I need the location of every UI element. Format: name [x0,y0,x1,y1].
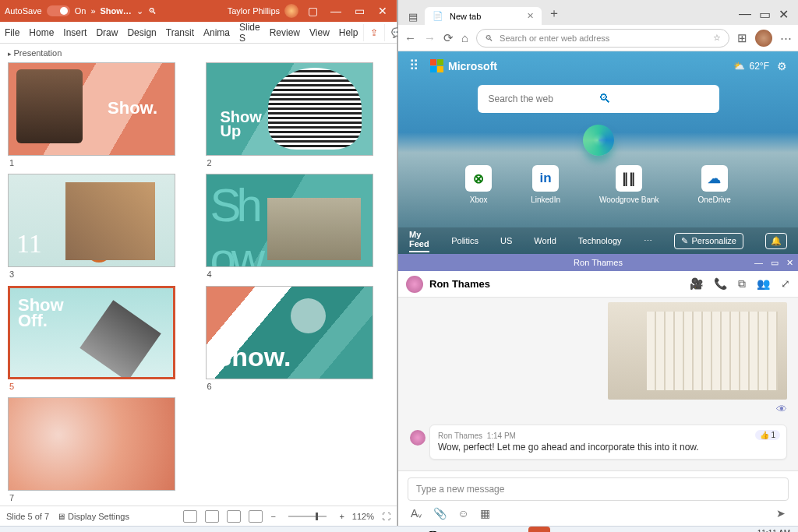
favorite-icon[interactable]: ☆ [713,33,721,43]
slideshow-view-icon[interactable] [249,510,263,523]
ribbon-tab-anima[interactable]: Anima [199,27,235,38]
menu-icon[interactable]: ⋯ [780,31,792,45]
qat-more-icon[interactable]: » [90,6,95,16]
reaction-badge[interactable]: 👍 1 [755,430,780,440]
message-input[interactable]: Type a new message [408,477,789,501]
forward-button[interactable]: → [424,31,436,44]
audio-call-icon[interactable]: 📞 [714,277,727,291]
tab-close-icon[interactable]: ✕ [527,11,534,21]
minimize-button[interactable]: — [327,5,345,17]
ribbon-tab-slideshow[interactable]: Slide S [235,22,265,44]
slide-thumb-4[interactable]: Sh ow4 [206,174,390,282]
ribbon-tab-design[interactable]: Design [122,27,161,38]
explorer-icon[interactable]: 📁 [449,527,471,532]
ribbon-tab-review[interactable]: Review [265,27,305,38]
edge-icon[interactable]: ◎ [475,527,497,532]
minimize-button[interactable]: — [739,7,751,22]
ribbon-display-icon[interactable]: ▢ [303,5,322,17]
search-icon[interactable]: 🔍︎ [148,6,157,16]
autosave-toggle[interactable] [47,5,70,16]
clock[interactable]: 11:11 AM 10/20/21 [757,529,790,532]
zoom-level[interactable]: 112% [352,512,374,521]
teams-icon[interactable]: 👥 [555,527,577,532]
ribbon-tab-help[interactable]: Help [334,27,363,38]
slide-thumb-2[interactable]: Show Up2 [206,62,390,171]
ribbon-tab-transit[interactable]: Transit [161,27,199,38]
feed-tab-myfeed[interactable]: My Feed [409,230,429,252]
new-tab-button[interactable]: ＋ [542,2,567,25]
ribbon-tab-file[interactable]: File [0,27,24,38]
address-bar[interactable]: 🔍︎ Search or enter web address ☆ [476,29,729,48]
popout-icon[interactable]: ⤢ [781,277,790,291]
app-launcher-icon[interactable]: ⠿ [409,58,419,74]
slide-thumb-5[interactable]: Show Off.5 [8,286,192,394]
slide-counter[interactable]: Slide 5 of 7 [6,512,49,521]
feed-tab-politics[interactable]: Politics [451,236,478,245]
tile-xbox[interactable]: ⊗Xbox [465,165,492,204]
user-avatar[interactable] [284,4,298,18]
chat-message[interactable]: Ron Thames 1:14 PM Wow, perfect! Let me … [429,425,787,460]
doc-title[interactable]: Show… [101,6,132,16]
contact-avatar[interactable] [406,276,423,293]
store-icon[interactable]: 🛍 [502,527,524,532]
minimize-button[interactable]: — [754,258,763,268]
emoji-icon[interactable]: ☺ [457,507,468,520]
personalize-button[interactable]: ✎ Personalize [674,233,743,249]
chat-image-attachment[interactable] [608,302,787,400]
tab-actions-icon[interactable]: ▤ [404,8,422,25]
page-settings-icon[interactable]: ⚙ [777,60,787,72]
tile-woodgrove[interactable]: ∥∥Woodgrove Bank [599,165,659,204]
close-button[interactable]: ✕ [779,7,789,22]
feed-tab-us[interactable]: US [500,236,512,245]
powerpoint-icon[interactable]: P [528,527,550,532]
back-button[interactable]: ← [404,31,416,44]
video-call-icon[interactable]: 🎥 [690,277,703,291]
zoom-out-button[interactable]: − [270,512,275,521]
close-button[interactable]: ✕ [373,5,392,17]
slide-thumb-6[interactable]: Show.6 [206,286,390,394]
maximize-button[interactable]: ▭ [759,7,771,22]
search-submit-icon[interactable]: 🔍︎ [598,92,708,106]
ribbon-tab-home[interactable]: Home [24,27,58,38]
profile-avatar[interactable] [755,30,772,47]
slide-thumb-3[interactable]: 113 [8,174,192,282]
zoom-slider[interactable] [288,516,327,517]
screen-share-icon[interactable]: ⧉ [738,277,746,291]
add-people-icon[interactable]: 👥 [757,277,770,291]
ribbon-tab-view[interactable]: View [305,27,334,38]
attach-icon[interactable]: 📎 [433,507,447,520]
collections-icon[interactable]: ⊞ [737,31,747,45]
send-button[interactable]: ➤ [776,507,786,520]
feed-tab-more[interactable]: ⋯ [644,236,652,246]
browser-tab[interactable]: 📄 New tab ✕ [425,7,542,25]
panel-header[interactable]: Presentation [0,44,397,62]
user-name[interactable]: Taylor Phillips [228,6,280,16]
ntp-search-box[interactable]: Search the web 🔍︎ [478,85,719,113]
home-button[interactable]: ⌂ [461,31,468,44]
feed-tab-technology[interactable]: Technology [578,236,622,245]
format-icon[interactable]: Aᵥ [411,507,422,520]
tile-onedrive[interactable]: ☁OneDrive [698,165,731,204]
reading-view-icon[interactable] [227,510,241,523]
contact-name[interactable]: Ron Thames [429,278,490,290]
taskbar-search-icon[interactable]: 🔍︎ [343,527,365,532]
normal-view-icon[interactable] [183,510,197,523]
ribbon-tab-insert[interactable]: Insert [58,27,91,38]
slide-thumb-1[interactable]: Show.1 [8,62,192,171]
gif-icon[interactable]: ▦ [480,507,490,520]
maximize-button[interactable]: ▭ [350,5,369,17]
tile-linkedin[interactable]: inLinkedIn [531,165,560,204]
ribbon-tab-draw[interactable]: Draw [91,27,122,38]
close-button[interactable]: ✕ [786,258,793,268]
widgets-icon[interactable]: ◫ [396,527,418,532]
sorter-view-icon[interactable] [205,510,219,523]
feed-tab-world[interactable]: World [534,236,556,245]
fit-window-icon[interactable]: ⛶ [382,512,390,521]
maximize-button[interactable]: ▭ [771,258,779,268]
chat-icon[interactable]: 💬 [422,527,444,532]
weather-widget[interactable]: ⛅ 62°F [733,61,769,72]
slide-thumb-7[interactable]: 7 [8,397,192,506]
zoom-in-button[interactable]: + [339,512,344,521]
share-icon[interactable]: ⇪ [363,24,384,41]
display-settings[interactable]: 🖥 Display Settings [57,512,129,521]
